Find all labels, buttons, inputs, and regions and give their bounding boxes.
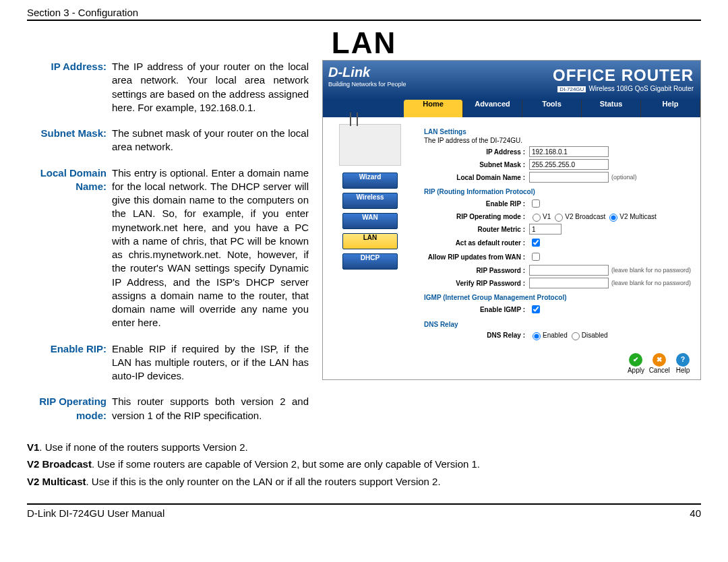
radio-v2b[interactable] xyxy=(555,214,563,222)
section-dns-relay: DNS Relay xyxy=(424,321,694,328)
def-term: Subnet Mask: xyxy=(27,127,107,164)
sidebar-wizard[interactable]: Wizard xyxy=(342,173,398,189)
tab-status[interactable]: Status xyxy=(582,100,641,117)
section-description: The IP address of the DI-724GU. xyxy=(424,137,694,144)
input-domain[interactable] xyxy=(529,172,609,183)
checkbox-default-router[interactable] xyxy=(532,239,540,247)
product-subtitle: DI-724GUWireless 108G QoS Gigabit Router xyxy=(557,85,694,92)
cancel-button[interactable]: ✖ xyxy=(653,353,666,367)
sidebar-wireless[interactable]: Wireless xyxy=(342,193,398,209)
tab-home[interactable]: Home xyxy=(404,100,463,117)
footer-left: D-Link DI-724GU User Manual xyxy=(27,507,164,519)
sidebar-dhcp[interactable]: DHCP xyxy=(342,253,398,270)
section-rip: RIP (Routing Information Protocol) xyxy=(424,188,694,195)
sidebar-wan[interactable]: WAN xyxy=(342,213,398,229)
page-header: Section 3 - Configuration xyxy=(27,7,701,21)
checkbox-igmp[interactable] xyxy=(532,305,540,313)
tab-help[interactable]: Help xyxy=(641,100,700,117)
router-image xyxy=(339,124,401,166)
def-term: Enable RIP: xyxy=(27,342,107,393)
label-ip: IP Address : xyxy=(424,148,529,156)
checkbox-enable-rip[interactable] xyxy=(532,199,540,208)
input-verify-password[interactable] xyxy=(529,278,609,288)
page-number: 40 xyxy=(690,507,701,519)
def-desc: This router supports both version 2 and … xyxy=(112,395,309,423)
section-lan-settings: LAN Settings xyxy=(424,128,694,135)
def-term: IP Address: xyxy=(27,60,107,124)
router-ui-screenshot: D-Link Building Networks for People OFFI… xyxy=(322,60,701,380)
radio-dns-enabled[interactable] xyxy=(533,332,541,340)
input-ip[interactable] xyxy=(529,146,609,157)
input-metric[interactable] xyxy=(529,224,562,235)
sidebar-lan[interactable]: LAN xyxy=(342,233,398,249)
def-desc: The subnet mask of your router on the lo… xyxy=(112,127,309,154)
radio-v1[interactable] xyxy=(533,214,541,222)
radio-dns-disabled[interactable] xyxy=(572,332,580,340)
tab-tools[interactable]: Tools xyxy=(522,100,582,117)
brand-logo: D-Link xyxy=(328,65,370,80)
v2b-label: V2 Broadcast xyxy=(27,458,92,470)
v2m-label: V2 Multicast xyxy=(27,476,86,487)
label-subnet: Subnet Mask : xyxy=(424,161,529,168)
v1-label: V1 xyxy=(27,441,39,453)
def-term: Local Domain Name: xyxy=(27,166,107,340)
section-igmp: IGMP (Internet Group Management Protocol… xyxy=(424,294,694,301)
def-desc: The IP address of your router on the loc… xyxy=(112,60,309,115)
def-term: RIP Operating mode: xyxy=(27,395,107,432)
brand-tagline: Building Networks for People xyxy=(328,81,406,88)
tab-advanced[interactable]: Advanced xyxy=(463,100,522,117)
product-name: OFFICE ROUTER xyxy=(553,66,694,85)
input-rip-password[interactable] xyxy=(529,265,609,276)
radio-v2m[interactable] xyxy=(609,214,617,222)
def-desc: This entry is optional. Enter a domain n… xyxy=(112,166,309,330)
apply-button[interactable]: ✔ xyxy=(629,353,642,367)
def-desc: Enable RIP if required by the ISP, if th… xyxy=(112,342,309,383)
page-title: LAN xyxy=(27,26,701,60)
input-subnet[interactable] xyxy=(529,159,609,170)
label-domain: Local Domain Name : xyxy=(424,174,529,181)
checkbox-wan-updates[interactable] xyxy=(532,253,540,261)
help-button[interactable]: ? xyxy=(676,353,690,367)
